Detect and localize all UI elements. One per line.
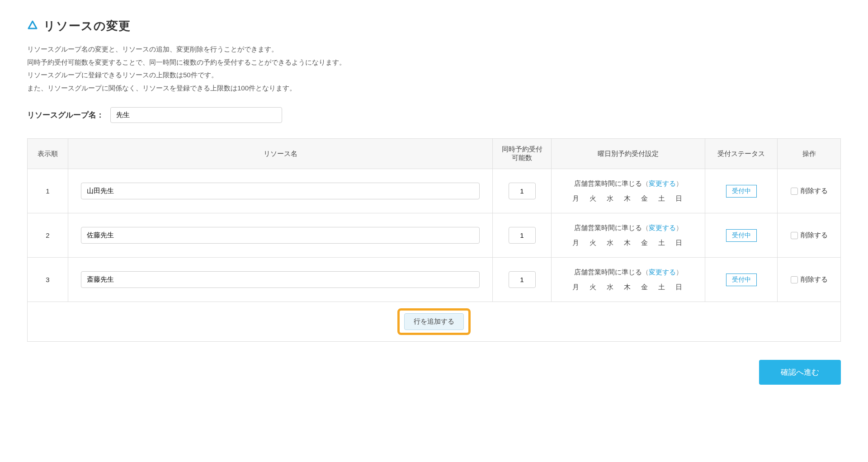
delete-label: 削除する [801, 187, 828, 195]
change-link[interactable]: 変更する [649, 268, 676, 276]
status-badge: 受付中 [726, 229, 757, 242]
th-order: 表示順 [28, 139, 68, 169]
table-row: 3 店舗営業時間に準じる（変更する） 月 火 水 木 金 土 日 受付中 削除す… [28, 258, 841, 302]
change-link[interactable]: 変更する [649, 179, 676, 187]
delete-checkbox[interactable] [791, 188, 798, 195]
resource-name-input[interactable] [81, 183, 479, 199]
capacity-input[interactable] [509, 183, 536, 199]
th-name: リソース名 [68, 139, 493, 169]
delete-label: 削除する [801, 275, 828, 284]
th-capacity: 同時予約受付 可能数 [493, 139, 552, 169]
delete-checkbox[interactable] [791, 276, 798, 283]
days-row: 月 火 水 木 金 土 日 [556, 281, 700, 294]
day-setting-text: 店舗営業時間に準じる（変更する） 月 火 水 木 金 土 日 [556, 222, 700, 249]
desc-line-1: リソースグループ名の変更と、リソースの追加、変更削除を行うことができます。 [27, 43, 841, 56]
cell-order: 1 [28, 169, 68, 213]
resource-table: 表示順 リソース名 同時予約受付 可能数 曜日別予約受付設定 受付ステータス 操… [27, 138, 841, 342]
status-badge: 受付中 [726, 185, 757, 198]
desc-line-3: リソースグループに登録できるリソースの上限数は50件です。 [27, 69, 841, 82]
capacity-input[interactable] [509, 227, 536, 244]
page-description: リソースグループ名の変更と、リソースの追加、変更削除を行うことができます。 同時… [27, 43, 841, 94]
triangle-icon [27, 20, 38, 32]
table-row: 1 店舗営業時間に準じる（変更する） 月 火 水 木 金 土 日 受付中 削除す… [28, 169, 841, 213]
delete-label: 削除する [801, 231, 828, 240]
desc-line-4: また、リソースグループに関係なく、リソースを登録できる上限数は100件となります… [27, 82, 841, 95]
group-name-input[interactable] [110, 107, 282, 123]
group-name-label: リソースグループ名： [27, 110, 104, 120]
capacity-input[interactable] [509, 271, 536, 288]
desc-line-2: 同時予約受付可能数を変更することで、同一時間に複数の予約を受付することができるよ… [27, 56, 841, 69]
add-row-button[interactable]: 行を追加する [404, 313, 464, 330]
change-link[interactable]: 変更する [649, 224, 676, 231]
days-row: 月 火 水 木 金 土 日 [556, 192, 700, 205]
resource-name-input[interactable] [81, 271, 479, 288]
th-status: 受付ステータス [705, 139, 778, 169]
days-row: 月 火 水 木 金 土 日 [556, 236, 700, 250]
add-row-highlight: 行を追加する [397, 308, 471, 335]
cell-order: 3 [28, 258, 68, 302]
confirm-button[interactable]: 確認へ進む [759, 360, 841, 385]
th-day-setting: 曜日別予約受付設定 [552, 139, 705, 169]
day-setting-text: 店舗営業時間に準じる（変更する） 月 火 水 木 金 土 日 [556, 177, 700, 205]
cell-order: 2 [28, 213, 68, 258]
resource-name-input[interactable] [81, 227, 479, 244]
status-badge: 受付中 [726, 273, 757, 286]
th-operation: 操作 [778, 139, 841, 169]
delete-checkbox[interactable] [791, 232, 798, 239]
page-title: リソースの変更 [43, 18, 131, 34]
day-setting-text: 店舗営業時間に準じる（変更する） 月 火 水 木 金 土 日 [556, 266, 700, 293]
table-row: 2 店舗営業時間に準じる（変更する） 月 火 水 木 金 土 日 受付中 削除す… [28, 213, 841, 258]
